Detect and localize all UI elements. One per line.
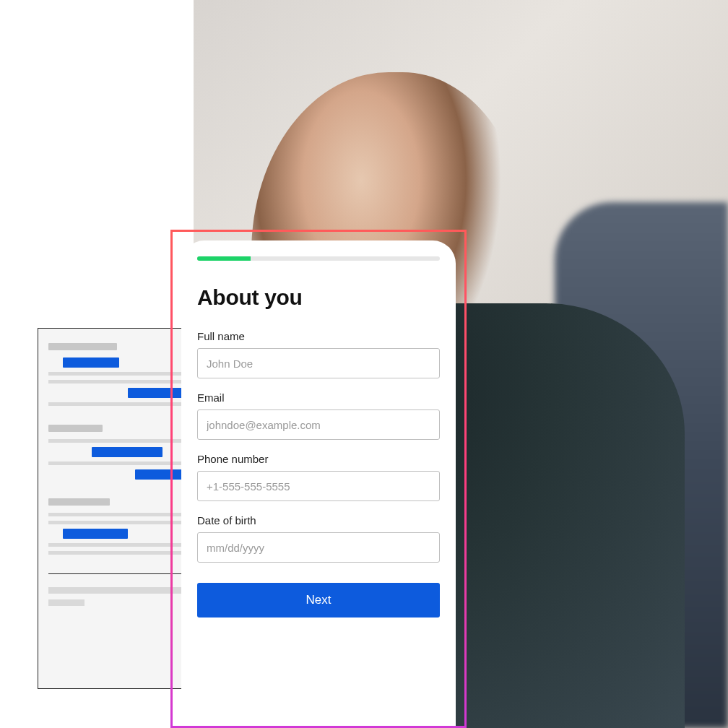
form-title: About you [197, 285, 440, 310]
phone-label: Phone number [197, 453, 440, 465]
placeholder-line [48, 462, 184, 465]
email-input[interactable] [197, 410, 440, 440]
field-phone: Phone number [197, 453, 440, 501]
phone-screen: About you Full name Email Phone number D… [181, 240, 456, 726]
divider [48, 573, 184, 574]
placeholder-line [48, 343, 117, 350]
progress-fill [197, 256, 251, 261]
placeholder-line [48, 439, 184, 443]
placeholder-line [48, 599, 84, 606]
placeholder-line [48, 587, 184, 594]
full-name-input[interactable] [197, 348, 440, 378]
timeline-bar [63, 358, 119, 368]
timeline-bar [63, 529, 128, 539]
placeholder-line [48, 551, 184, 555]
full-name-label: Full name [197, 330, 440, 342]
phone-frame: About you Full name Email Phone number D… [170, 230, 467, 728]
dob-input[interactable] [197, 532, 440, 563]
placeholder-line [48, 372, 184, 376]
next-button[interactable]: Next [197, 583, 440, 618]
dob-label: Date of birth [197, 514, 440, 526]
placeholder-line [48, 425, 103, 432]
email-label: Email [197, 391, 440, 404]
field-email: Email [197, 391, 440, 440]
field-dob: Date of birth [197, 514, 440, 563]
foreground-blur [555, 202, 728, 728]
placeholder-line [48, 402, 184, 406]
timeline-bar [92, 447, 162, 457]
progress-bar [197, 256, 440, 261]
placeholder-line [48, 543, 184, 547]
placeholder-line [48, 380, 184, 384]
placeholder-line [48, 513, 184, 516]
placeholder-line [48, 498, 110, 506]
placeholder-line [48, 521, 184, 524]
field-full-name: Full name [197, 330, 440, 378]
phone-input[interactable] [197, 471, 440, 501]
